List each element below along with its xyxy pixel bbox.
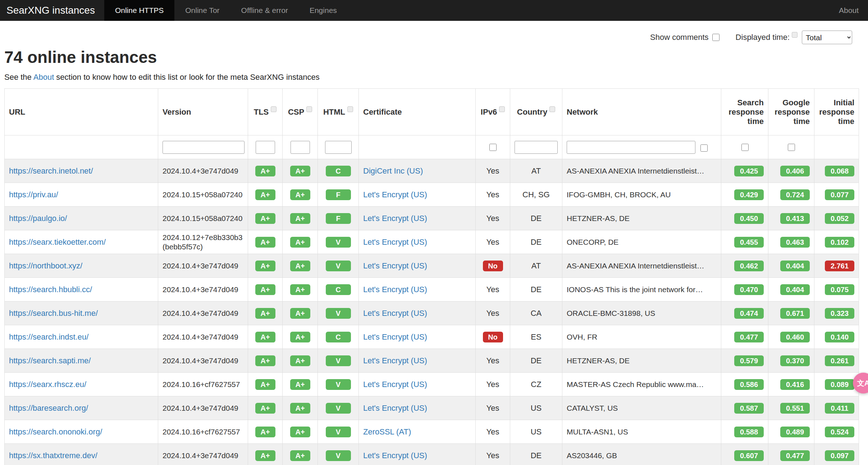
instance-url-link[interactable]: https://search.inetol.net/: [9, 166, 93, 175]
csp-grade-badge[interactable]: A+: [290, 166, 310, 176]
certificate-link[interactable]: Let's Encrypt (US): [363, 285, 427, 294]
tls-grade-badge[interactable]: A+: [255, 355, 275, 366]
column-header-url[interactable]: URL: [5, 89, 158, 135]
html-grade-badge[interactable]: V: [326, 450, 351, 461]
displayed-time-select[interactable]: Total: [802, 31, 852, 44]
tls-grade-badge[interactable]: A+: [255, 284, 275, 295]
csp-grade-badge[interactable]: A+: [290, 284, 310, 295]
version-filter-input[interactable]: [163, 141, 245, 154]
certificate-link[interactable]: ZeroSSL (AT): [363, 427, 411, 436]
certificate-link[interactable]: Let's Encrypt (US): [363, 380, 427, 389]
instance-url-link[interactable]: https://search.ononoki.org/: [9, 427, 102, 436]
instance-url-link[interactable]: https://search.sapti.me/: [9, 356, 91, 365]
html-grade-badge[interactable]: F: [326, 189, 351, 200]
column-header-search-response-time[interactable]: Search response time: [721, 89, 768, 135]
ipv6-filter-checkbox[interactable]: [489, 144, 497, 151]
certificate-link[interactable]: Let's Encrypt (US): [363, 332, 427, 341]
html-grade-badge[interactable]: C: [326, 332, 351, 342]
tab-engines[interactable]: Engines: [299, 0, 348, 21]
instance-url-link[interactable]: https://search.hbubli.cc/: [9, 285, 92, 294]
certificate-link[interactable]: Let's Encrypt (US): [363, 261, 427, 270]
csp-grade-badge[interactable]: A+: [290, 332, 310, 342]
html-grade-badge[interactable]: V: [326, 237, 351, 248]
certificate-link[interactable]: Let's Encrypt (US): [363, 451, 427, 460]
google-time-filter-checkbox[interactable]: [788, 144, 795, 151]
tls-grade-badge[interactable]: A+: [255, 189, 275, 200]
csp-grade-badge[interactable]: A+: [290, 379, 310, 390]
column-header-country[interactable]: Country: [510, 89, 562, 135]
csp-grade-badge[interactable]: A+: [290, 237, 310, 248]
tls-grade-badge[interactable]: A+: [255, 308, 275, 319]
instance-url-link[interactable]: https://searx.tiekoetter.com/: [9, 238, 106, 247]
tls-grade-badge[interactable]: A+: [255, 427, 275, 437]
html-grade-badge[interactable]: V: [326, 427, 351, 437]
column-header-certificate[interactable]: Certificate: [359, 89, 476, 135]
column-header-initial-response-time[interactable]: Initial response time: [814, 89, 859, 135]
network-filter-input[interactable]: [567, 141, 695, 154]
csp-grade-badge[interactable]: A+: [290, 213, 310, 224]
tab-online-https[interactable]: Online HTTPS: [104, 0, 174, 21]
instance-url-link[interactable]: https://baresearch.org/: [9, 404, 88, 413]
html-grade-badge[interactable]: C: [326, 166, 351, 176]
tls-grade-badge[interactable]: A+: [255, 261, 275, 271]
html-grade-badge[interactable]: V: [326, 261, 351, 271]
show-comments-checkbox[interactable]: [712, 34, 719, 41]
instance-url-link[interactable]: https://sx.thatxtreme.dev/: [9, 451, 97, 460]
tls-grade-badge[interactable]: A+: [255, 450, 275, 461]
certificate-link[interactable]: Let's Encrypt (US): [363, 214, 427, 223]
csp-grade-badge[interactable]: A+: [290, 355, 310, 366]
about-link[interactable]: About: [33, 73, 54, 82]
country-filter-input[interactable]: [515, 141, 558, 154]
column-header-csp[interactable]: CSP: [283, 89, 318, 135]
instance-url-link[interactable]: https://northboot.xyz/: [9, 261, 82, 270]
column-header-network[interactable]: Network: [562, 89, 721, 135]
certificate-link[interactable]: Let's Encrypt (US): [363, 404, 427, 413]
column-header-html[interactable]: HTML: [318, 89, 359, 135]
csp-grade-badge[interactable]: A+: [290, 189, 310, 200]
certificate-link[interactable]: Let's Encrypt (US): [363, 356, 427, 365]
csp-grade-badge[interactable]: A+: [290, 427, 310, 437]
csp-grade-badge[interactable]: A+: [290, 308, 310, 319]
column-header-google-response-time[interactable]: Google response time: [768, 89, 814, 135]
tls-grade-badge[interactable]: A+: [255, 213, 275, 224]
url-cell: https://search.inetol.net/: [5, 159, 158, 183]
html-filter-input[interactable]: [325, 141, 352, 154]
tls-grade-badge[interactable]: A+: [255, 403, 275, 414]
tls-grade-badge[interactable]: A+: [255, 237, 275, 248]
instance-url-link[interactable]: https://search.bus-hit.me/: [9, 309, 98, 318]
initial-time-cell: 0.089: [814, 373, 859, 396]
tab-offline-error[interactable]: Offline & error: [230, 0, 299, 21]
tls-grade-badge[interactable]: A+: [255, 379, 275, 390]
tls-filter-input[interactable]: [256, 141, 275, 154]
column-header-ipv6[interactable]: IPv6: [476, 89, 510, 135]
certificate-link[interactable]: DigiCert Inc (US): [363, 166, 423, 175]
html-grade-badge[interactable]: V: [326, 379, 351, 390]
search-time-filter-checkbox[interactable]: [741, 144, 749, 151]
csp-filter-input[interactable]: [291, 141, 310, 154]
csp-grade-badge[interactable]: A+: [290, 261, 310, 271]
network-filter-checkbox[interactable]: [700, 144, 708, 152]
csp-grade-badge[interactable]: A+: [290, 403, 310, 414]
csp-grade-badge[interactable]: A+: [290, 450, 310, 461]
column-header-tls[interactable]: TLS: [248, 89, 283, 135]
tab-online-tor[interactable]: Online Tor: [174, 0, 230, 21]
url-cell: https://northboot.xyz/: [5, 254, 158, 278]
certificate-link[interactable]: Let's Encrypt (US): [363, 190, 427, 199]
instance-url-link[interactable]: https://searx.rhscz.eu/: [9, 380, 86, 389]
instance-url-link[interactable]: https://paulgo.io/: [9, 214, 67, 223]
html-grade-badge[interactable]: V: [326, 308, 351, 319]
html-grade-badge[interactable]: V: [326, 355, 351, 366]
certificate-link[interactable]: Let's Encrypt (US): [363, 238, 427, 247]
html-grade-badge[interactable]: F: [326, 213, 351, 224]
brand-link[interactable]: SearXNG instances: [0, 0, 104, 21]
html-grade-badge[interactable]: V: [326, 403, 351, 414]
certificate-link[interactable]: Let's Encrypt (US): [363, 309, 427, 318]
html-grade-badge[interactable]: C: [326, 284, 351, 295]
column-header-version[interactable]: Version: [158, 89, 248, 135]
tls-grade-badge[interactable]: A+: [255, 166, 275, 176]
html-cell: V: [318, 373, 359, 396]
instance-url-link[interactable]: https://priv.au/: [9, 190, 58, 199]
instance-url-link[interactable]: https://search.indst.eu/: [9, 332, 88, 341]
tls-grade-badge[interactable]: A+: [255, 332, 275, 342]
nav-about-link[interactable]: About: [830, 0, 868, 21]
